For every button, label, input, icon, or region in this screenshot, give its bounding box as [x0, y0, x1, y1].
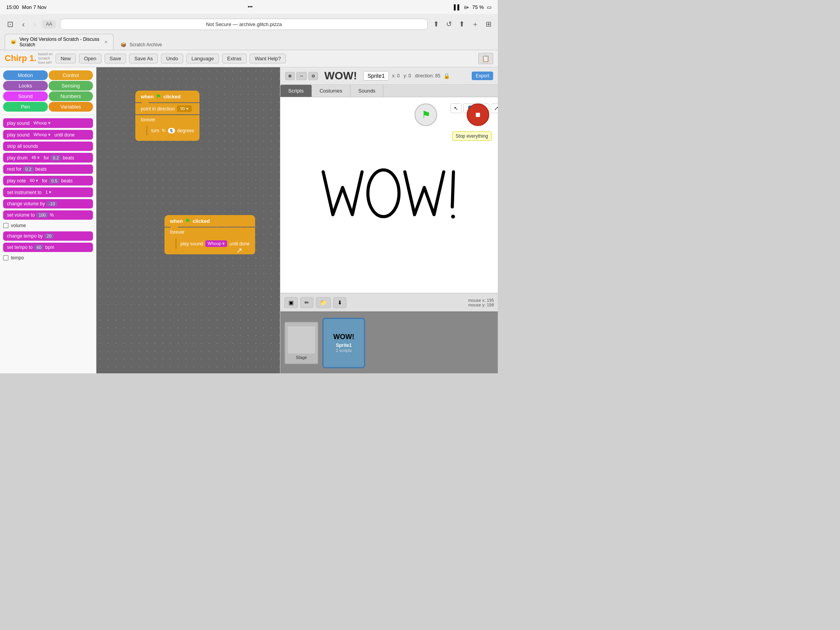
pointer-tool[interactable]: ↖ [450, 103, 462, 113]
battery-level: 75 % [472, 4, 484, 10]
block-play-sound[interactable]: play sound Whoop ▾ [3, 118, 93, 128]
stop-tooltip: Stop everything [452, 131, 492, 141]
signal-icon: ▌▌ [454, 4, 461, 10]
block-rest-for[interactable]: rest for 0.2 beats [3, 164, 93, 174]
aa-btn[interactable]: AA [42, 20, 56, 28]
sidebar-toggle-btn[interactable]: ⊡ [5, 18, 16, 30]
new-tab-btn[interactable]: ＋ [470, 18, 480, 30]
sprites-section: Stage WOW! Sprite1 2 scripts [280, 312, 498, 373]
want-help-btn[interactable]: Want Help? [250, 54, 286, 63]
tab-scratch[interactable]: 🐱 Very Old Versions of Scratch - Discuss… [5, 34, 114, 50]
mouse-x: mouse x: 195 [468, 298, 494, 303]
block-set-instrument[interactable]: set instrument to 1 ▾ [3, 187, 93, 197]
hat-when-clicked-2[interactable]: when ⚑ clicked [164, 215, 255, 227]
hat-when-clicked-1[interactable]: when ⚑ clicked [135, 91, 200, 102]
block-volume-checkbox-row[interactable]: volume [3, 222, 93, 229]
category-sensing[interactable]: Sensing [49, 81, 93, 91]
tab-scripts[interactable]: Scripts [280, 85, 312, 97]
sprite-header: ⊕ ↔ ⊖ WOW! Sprite1 x: 0 y: 0 direction: … [280, 67, 498, 85]
tab-archive-label: Scratch Archive [130, 42, 162, 47]
status-bar: 15:00 Mon 7 Nov ••• ▌▌ ⌲ 75 % ▭ [0, 0, 498, 14]
green-flag-btn[interactable]: ⚑ [415, 103, 437, 126]
volume-checkbox[interactable] [3, 223, 9, 228]
tab-archive[interactable]: 📦 Scratch Archive [115, 40, 167, 50]
forever-loop-1[interactable]: forever turn ↻ 5 degrees [135, 115, 200, 141]
battery-icon: ▭ [487, 4, 492, 10]
flag-icon-1: ⚑ [156, 93, 161, 100]
stage-label: Stage [296, 355, 307, 360]
tab-sounds[interactable]: Sounds [350, 85, 383, 97]
stage-buttons: ↖ 👤 ✂ ⤢ ⤡ ⚑ ■ Sto [447, 100, 495, 123]
stage-view-btn[interactable]: ▣ [284, 297, 298, 308]
zoom-out-btn[interactable]: ⊖ [308, 72, 318, 80]
bookmark-btn[interactable]: ⬆ [457, 18, 466, 30]
zoom-in-btn[interactable]: ⊕ [285, 72, 295, 80]
block-set-tempo[interactable]: set tempo to 60 bpm [3, 243, 93, 252]
x-coord: x: 0 [392, 73, 399, 79]
import-btn[interactable]: ⬇ [333, 297, 346, 308]
block-point-direction[interactable]: point in direction 90 ▾ [135, 103, 200, 114]
category-motion[interactable]: Motion [3, 70, 48, 80]
category-numbers[interactable]: Numbers [49, 91, 93, 101]
mouse-y: mouse y: 198 [468, 303, 494, 307]
category-variables[interactable]: Variables [49, 102, 93, 112]
stage-container: ↖ 👤 ✂ ⤢ ⤡ ⚑ ■ Sto [280, 97, 498, 373]
address-bar[interactable]: Not Secure — archive.glitch.pizza [60, 19, 428, 30]
block-stop-all-sounds[interactable]: stop all sounds [3, 142, 93, 151]
open-btn[interactable]: Open [79, 54, 102, 63]
tab-favicon: 🐱 [10, 39, 16, 45]
save-as-btn[interactable]: Save As [129, 54, 158, 63]
block-tempo-checkbox-row[interactable]: tempo [3, 254, 93, 262]
edit-sprite-btn[interactable]: ✏ [300, 297, 313, 308]
block-change-tempo[interactable]: change tempo by 20 [3, 231, 93, 241]
script-group-1[interactable]: when ⚑ clicked point in direction 90 ▾ f… [135, 91, 200, 141]
sprite-thumb-scripts: 2 scripts [336, 348, 352, 353]
forward-btn[interactable]: › [31, 18, 38, 30]
right-panel: ⊕ ↔ ⊖ WOW! Sprite1 x: 0 y: 0 direction: … [280, 67, 498, 373]
cursor: ↗ [236, 246, 242, 255]
logo-text: Chirp 1. [5, 53, 37, 63]
actual-size-btn[interactable]: ↔ [296, 72, 307, 80]
export-btn[interactable]: Export [472, 72, 493, 80]
stage-thumbnail[interactable]: Stage [284, 322, 318, 364]
category-sound[interactable]: Sound [3, 91, 48, 101]
save-btn[interactable]: Save [105, 54, 126, 63]
sprite1-thumbnail[interactable]: WOW! Sprite1 2 scripts [322, 318, 365, 368]
sprite-name-display[interactable]: Sprite1 [363, 71, 389, 80]
folder-btn[interactable]: 📁 [316, 297, 331, 308]
sprite-controls: ⊕ ↔ ⊖ [285, 72, 318, 80]
block-play-sound-until-done[interactable]: play sound Whoop ▾ until done [3, 130, 93, 140]
tempo-checkbox[interactable] [3, 255, 9, 261]
block-change-volume[interactable]: change volume by -10 [3, 199, 93, 208]
tabs-btn[interactable]: ⊞ [484, 18, 493, 30]
degrees-input[interactable]: 5 [168, 128, 175, 133]
status-left: 15:00 Mon 7 Nov [6, 4, 46, 10]
notes-btn[interactable]: 📋 [478, 53, 493, 64]
volume-label: volume [11, 223, 26, 228]
browser-chrome: ⊡ ‹ › AA Not Secure — archive.glitch.piz… [0, 14, 498, 50]
direction-dropdown[interactable]: 90 ▾ [177, 105, 191, 112]
block-play-note[interactable]: play note 60 ▾ for 0.5 beats [3, 176, 93, 186]
category-looks[interactable]: Looks [3, 81, 48, 91]
block-set-volume[interactable]: set volume to 100 % [3, 210, 93, 220]
category-pen[interactable]: Pen [3, 102, 48, 112]
tempo-label: tempo [11, 255, 24, 261]
tab-costumes[interactable]: Costumes [312, 85, 351, 97]
undo-btn[interactable]: Undo [161, 54, 183, 63]
tab-close-btn[interactable]: ✕ [104, 40, 108, 45]
block-play-drum[interactable]: play drum 48 ▾ for 0.2 beats [3, 153, 93, 163]
back-btn[interactable]: ‹ [20, 18, 27, 30]
sound-dropdown[interactable]: Whoop ▾ [205, 240, 227, 247]
stage-canvas: ↖ 👤 ✂ ⤢ ⤡ ⚑ ■ Sto [280, 97, 498, 293]
reload-btn[interactable]: ↺ [444, 18, 453, 30]
category-control[interactable]: Control [49, 70, 93, 80]
scripts-area[interactable]: when ⚑ clicked point in direction 90 ▾ f… [96, 67, 280, 373]
share-btn[interactable]: ⬆ [432, 18, 441, 30]
extras-btn[interactable]: Extras [222, 54, 247, 63]
new-btn[interactable]: New [56, 54, 76, 63]
blocks-list: play sound Whoop ▾ play sound Whoop ▾ un… [0, 115, 96, 373]
language-btn[interactable]: Language [186, 54, 219, 63]
scratch-app: Chirp 1. based onScratchfrom MIT New Ope… [0, 50, 498, 373]
stop-btn[interactable]: ■ [467, 103, 489, 126]
block-turn-degrees[interactable]: turn ↻ 5 degrees [146, 126, 198, 135]
